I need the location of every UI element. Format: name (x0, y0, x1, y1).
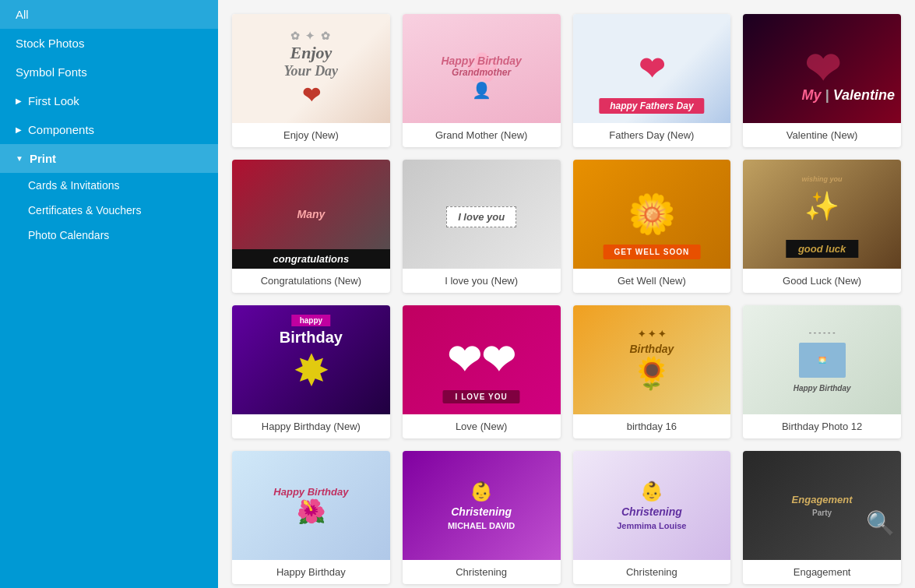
card-happybirthday2-label: Happy Birthday (232, 560, 390, 584)
sidebar-item-all-label: All (16, 8, 29, 21)
sidebar-item-all[interactable]: All (0, 0, 218, 29)
card-iloveyou[interactable]: I love you I love you (New) (403, 160, 561, 293)
sidebar-item-certificates-vouchers[interactable]: Certificates & Vouchers (0, 198, 218, 223)
card-goodluck-label: Good Luck (New) (743, 269, 901, 293)
card-enjoy[interactable]: ✿ ✦ ✿ Enjoy Your Day ❤ Enjoy (New) (232, 14, 390, 147)
card-getwell-label: Get Well (New) (573, 269, 731, 293)
sidebar-item-photo-calendars-label: Photo Calendars (28, 229, 109, 241)
card-birthdayphoto12[interactable]: - - - - - - 🌅 Happy Birthday Birthday Ph… (743, 305, 901, 438)
card-christening2[interactable]: 👶 Christening Jemmima Louise Christening (573, 451, 731, 584)
card-enjoy-label: Enjoy (New) (232, 123, 390, 147)
card-grid: ✿ ✦ ✿ Enjoy Your Day ❤ Enjoy (New) ❀ Hap… (226, 8, 907, 588)
card-iloveyou-label: I love you (New) (403, 269, 561, 293)
sidebar-item-stock-photos[interactable]: Stock Photos (0, 29, 218, 58)
card-valentine-label: Valentine (New) (743, 123, 901, 147)
card-congratulations-label: Congratulations (New) (232, 269, 390, 293)
card-christening[interactable]: 👶 Christening MICHAEL DAVID Christening (403, 451, 561, 584)
card-valentine[interactable]: ❤ My | Valentine Valentine (New) (743, 14, 901, 147)
sidebar-item-components[interactable]: ▶ Components (0, 115, 218, 144)
sidebar-item-print[interactable]: ▼ Print (0, 144, 218, 173)
chevron-right-icon-2: ▶ (16, 125, 22, 134)
chevron-right-icon: ▶ (16, 97, 22, 105)
sidebar-item-photo-calendars[interactable]: Photo Calendars (0, 223, 218, 248)
card-engagement[interactable]: 🔍 Engagement Party Engagement (743, 451, 901, 584)
card-fathersday[interactable]: ❤ happy Fathers Day Fathers Day (New) (573, 14, 731, 147)
sidebar-item-certificates-vouchers-label: Certificates & Vouchers (28, 204, 142, 217)
card-happybirthday-label: Happy Birthday (New) (232, 414, 390, 438)
card-goodluck[interactable]: ✨ wishing you good luck Good Luck (New) (743, 160, 901, 293)
sidebar-item-print-label: Print (30, 152, 56, 165)
sidebar-item-first-look[interactable]: ▶ First Look (0, 86, 218, 115)
card-love[interactable]: ❤❤ I LOVE YOU Love (New) (403, 305, 561, 438)
card-grandmother-label: Grand Mother (New) (403, 123, 561, 147)
card-fathersday-label: Fathers Day (New) (573, 123, 731, 147)
card-birthday16[interactable]: ✦ ✦ ✦ Birthday 🌻 birthday 16 (573, 305, 731, 438)
sidebar-item-cards-invitations-label: Cards & Invitations (28, 179, 120, 192)
card-christening2-label: Christening (573, 560, 731, 584)
card-happybirthday2[interactable]: Happy Birthday 🌺 Happy Birthday (232, 451, 390, 584)
card-engagement-label: Engagement (743, 560, 901, 584)
chevron-down-icon: ▼ (16, 154, 23, 163)
card-grandmother[interactable]: ❀ Happy Birthday Grandmother 👤 Grand Mot… (403, 14, 561, 147)
sidebar-item-symbol-fonts[interactable]: Symbol Fonts (0, 58, 218, 86)
main-content: ✿ ✦ ✿ Enjoy Your Day ❤ Enjoy (New) ❀ Hap… (218, 0, 915, 588)
sidebar-item-cards-invitations[interactable]: Cards & Invitations (0, 173, 218, 198)
card-happybirthday[interactable]: happy Birthday ✸ Happy Birthday (New) (232, 305, 390, 438)
card-christening-label: Christening (403, 560, 561, 584)
card-birthday16-label: birthday 16 (573, 414, 731, 438)
card-birthdayphoto12-label: Birthday Photo 12 (743, 414, 901, 438)
sidebar-item-first-look-label: First Look (28, 94, 79, 107)
card-love-label: Love (New) (403, 414, 561, 438)
card-getwell[interactable]: 🌼 GET WELL SOON Get Well (New) (573, 160, 731, 293)
sidebar: All Stock Photos Symbol Fonts ▶ First Lo… (0, 0, 218, 588)
sidebar-item-stock-photos-label: Stock Photos (16, 37, 84, 50)
card-congratulations[interactable]: Many congratulations Congratulations (Ne… (232, 160, 390, 293)
sidebar-item-components-label: Components (28, 123, 94, 136)
sidebar-item-symbol-fonts-label: Symbol Fonts (16, 65, 87, 79)
